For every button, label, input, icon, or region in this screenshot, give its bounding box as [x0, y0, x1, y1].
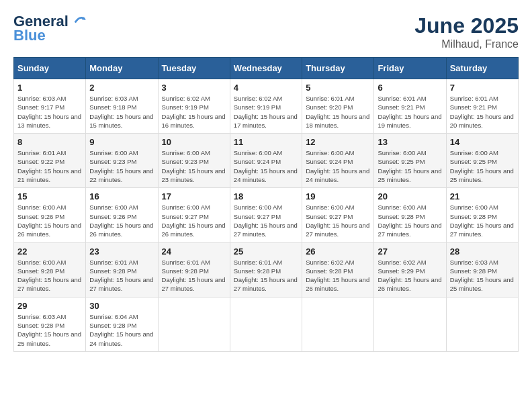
header-sunday: Sunday: [14, 58, 86, 79]
day-number: 25: [234, 246, 298, 257]
day-info: Sunrise: 6:00 AM Sunset: 9:26 PM Dayligh…: [17, 203, 82, 238]
day-cell-2: 2 Sunrise: 6:03 AM Sunset: 9:18 PM Dayli…: [86, 79, 158, 134]
day-cell-17: 17 Sunrise: 6:00 AM Sunset: 9:27 PM Dayl…: [158, 188, 230, 242]
day-number: 8: [17, 137, 82, 147]
day-cell-9: 9 Sunrise: 6:00 AM Sunset: 9:23 PM Dayli…: [86, 134, 158, 188]
week-row-next: 15 Sunrise: 6:00 AM Sunset: 9:26 PM Dayl…: [14, 188, 519, 242]
day-info: Sunrise: 6:00 AM Sunset: 9:27 PM Dayligh…: [306, 203, 370, 238]
day-cell-28: 28 Sunrise: 6:03 AM Sunset: 9:28 PM Dayl…: [446, 242, 518, 297]
day-cell-29: 29 Sunrise: 6:03 AM Sunset: 9:28 PM Dayl…: [14, 297, 86, 351]
day-info: Sunrise: 6:01 AM Sunset: 9:28 PM Dayligh…: [234, 258, 298, 293]
day-number: 4: [234, 83, 298, 93]
day-cell-6: 6 Sunrise: 6:01 AM Sunset: 9:21 PM Dayli…: [374, 79, 446, 134]
empty-cell: [446, 297, 518, 351]
day-info: Sunrise: 6:02 AM Sunset: 9:28 PM Dayligh…: [306, 258, 370, 293]
day-info: Sunrise: 6:02 AM Sunset: 9:19 PM Dayligh…: [162, 94, 226, 130]
day-info: Sunrise: 6:03 AM Sunset: 9:18 PM Dayligh…: [89, 94, 154, 130]
day-number: 1: [17, 83, 82, 93]
day-number: 7: [450, 83, 515, 93]
day-number: 18: [234, 191, 298, 201]
day-number: 17: [162, 191, 226, 201]
logo: General Blue: [13, 13, 86, 44]
day-cell-23: 23 Sunrise: 6:01 AM Sunset: 9:28 PM Dayl…: [86, 242, 158, 297]
day-number: 14: [450, 137, 515, 147]
empty-cell: [158, 297, 230, 351]
day-info: Sunrise: 6:03 AM Sunset: 9:28 PM Dayligh…: [17, 312, 82, 348]
day-number: 2: [89, 83, 154, 93]
day-info: Sunrise: 6:00 AM Sunset: 9:28 PM Dayligh…: [17, 258, 82, 293]
day-cell-24: 24 Sunrise: 6:01 AM Sunset: 9:28 PM Dayl…: [158, 242, 230, 297]
empty-cell: [374, 297, 446, 351]
day-number: 9: [89, 137, 154, 147]
day-info: Sunrise: 6:01 AM Sunset: 9:22 PM Dayligh…: [17, 148, 82, 184]
day-info: Sunrise: 6:01 AM Sunset: 9:28 PM Dayligh…: [89, 258, 154, 293]
day-number: 19: [306, 191, 370, 201]
week-row-next: 22 Sunrise: 6:00 AM Sunset: 9:28 PM Dayl…: [14, 242, 519, 297]
day-info: Sunrise: 6:04 AM Sunset: 9:28 PM Dayligh…: [89, 312, 154, 348]
day-number: 6: [378, 83, 442, 93]
day-cell-26: 26 Sunrise: 6:02 AM Sunset: 9:28 PM Dayl…: [302, 242, 374, 297]
day-number: 30: [89, 301, 154, 311]
calendar: Sunday Monday Tuesday Wednesday Thursday…: [13, 57, 519, 352]
day-cell-12: 12 Sunrise: 6:00 AM Sunset: 9:24 PM Dayl…: [302, 134, 374, 188]
day-info: Sunrise: 6:00 AM Sunset: 9:26 PM Dayligh…: [89, 203, 154, 238]
day-info: Sunrise: 6:00 AM Sunset: 9:27 PM Dayligh…: [234, 203, 298, 238]
day-info: Sunrise: 6:00 AM Sunset: 9:28 PM Dayligh…: [378, 203, 442, 238]
day-info: Sunrise: 6:01 AM Sunset: 9:20 PM Dayligh…: [306, 94, 370, 130]
empty-cell: [230, 297, 302, 351]
header-tuesday: Tuesday: [158, 58, 230, 79]
day-info: Sunrise: 6:00 AM Sunset: 9:24 PM Dayligh…: [306, 148, 370, 184]
day-info: Sunrise: 6:03 AM Sunset: 9:28 PM Dayligh…: [450, 258, 515, 293]
day-info: Sunrise: 6:00 AM Sunset: 9:27 PM Dayligh…: [162, 203, 226, 238]
day-number: 22: [17, 246, 82, 257]
header: General Blue June 2025 Milhaud, France: [13, 13, 519, 50]
day-number: 13: [378, 137, 442, 147]
day-cell-14: 14 Sunrise: 6:00 AM Sunset: 9:25 PM Dayl…: [446, 134, 518, 188]
header-thursday: Thursday: [302, 58, 374, 79]
header-monday: Monday: [86, 58, 158, 79]
day-info: Sunrise: 6:01 AM Sunset: 9:21 PM Dayligh…: [450, 94, 515, 130]
day-cell-4: 4 Sunrise: 6:02 AM Sunset: 9:19 PM Dayli…: [230, 79, 302, 134]
day-cell-11: 11 Sunrise: 6:00 AM Sunset: 9:24 PM Dayl…: [230, 134, 302, 188]
month-title: June 2025: [414, 13, 519, 38]
day-number: 23: [89, 246, 154, 257]
day-info: Sunrise: 6:01 AM Sunset: 9:21 PM Dayligh…: [378, 94, 442, 130]
day-number: 21: [450, 191, 515, 201]
day-cell-19: 19 Sunrise: 6:00 AM Sunset: 9:27 PM Dayl…: [302, 188, 374, 242]
day-cell-15: 15 Sunrise: 6:00 AM Sunset: 9:26 PM Dayl…: [14, 188, 86, 242]
day-info: Sunrise: 6:02 AM Sunset: 9:19 PM Dayligh…: [234, 94, 298, 130]
day-number: 28: [450, 246, 515, 257]
week-row-next: 8 Sunrise: 6:01 AM Sunset: 9:22 PM Dayli…: [14, 134, 519, 188]
header-wednesday: Wednesday: [230, 58, 302, 79]
logo-icon: [74, 14, 86, 26]
day-info: Sunrise: 6:03 AM Sunset: 9:17 PM Dayligh…: [17, 94, 82, 130]
day-number: 27: [378, 246, 442, 257]
day-info: Sunrise: 6:00 AM Sunset: 9:23 PM Dayligh…: [89, 148, 154, 184]
day-info: Sunrise: 6:00 AM Sunset: 9:28 PM Dayligh…: [450, 203, 515, 238]
day-info: Sunrise: 6:00 AM Sunset: 9:24 PM Dayligh…: [234, 148, 298, 184]
day-cell-5: 5 Sunrise: 6:01 AM Sunset: 9:20 PM Dayli…: [302, 79, 374, 134]
day-info: Sunrise: 6:00 AM Sunset: 9:25 PM Dayligh…: [378, 148, 442, 184]
weekday-header-row: Sunday Monday Tuesday Wednesday Thursday…: [14, 58, 519, 79]
day-number: 3: [162, 83, 226, 93]
day-cell-20: 20 Sunrise: 6:00 AM Sunset: 9:28 PM Dayl…: [374, 188, 446, 242]
day-number: 26: [306, 246, 370, 257]
day-info: Sunrise: 6:02 AM Sunset: 9:29 PM Dayligh…: [378, 258, 442, 293]
day-number: 29: [17, 301, 82, 311]
day-cell-30: 30 Sunrise: 6:04 AM Sunset: 9:28 PM Dayl…: [86, 297, 158, 351]
day-cell-3: 3 Sunrise: 6:02 AM Sunset: 9:19 PM Dayli…: [158, 79, 230, 134]
day-number: 16: [89, 191, 154, 201]
day-cell-8: 8 Sunrise: 6:01 AM Sunset: 9:22 PM Dayli…: [14, 134, 86, 188]
day-cell-27: 27 Sunrise: 6:02 AM Sunset: 9:29 PM Dayl…: [374, 242, 446, 297]
day-info: Sunrise: 6:00 AM Sunset: 9:25 PM Dayligh…: [450, 148, 515, 184]
day-cell-1: 1 Sunrise: 6:03 AM Sunset: 9:17 PM Dayli…: [14, 79, 86, 134]
week-row-next: 29 Sunrise: 6:03 AM Sunset: 9:28 PM Dayl…: [14, 297, 519, 351]
header-saturday: Saturday: [446, 58, 518, 79]
location-title: Milhaud, France: [414, 38, 519, 50]
day-cell-13: 13 Sunrise: 6:00 AM Sunset: 9:25 PM Dayl…: [374, 134, 446, 188]
day-number: 15: [17, 191, 82, 201]
title-area: June 2025 Milhaud, France: [414, 13, 519, 50]
day-cell-22: 22 Sunrise: 6:00 AM Sunset: 9:28 PM Dayl…: [14, 242, 86, 297]
day-number: 5: [306, 83, 370, 93]
day-number: 24: [162, 246, 226, 257]
